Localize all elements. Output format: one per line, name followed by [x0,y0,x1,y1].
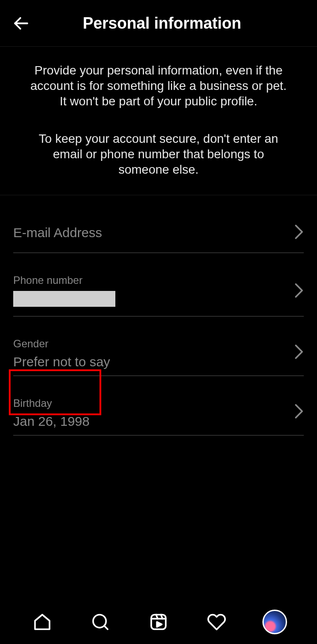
nav-activity[interactable] [204,610,229,634]
phone-redacted [13,291,115,307]
nav-reels[interactable] [146,610,171,634]
birthday-label: Birthday [13,397,304,409]
page-header: Personal information [0,0,317,47]
gender-field[interactable]: Gender Prefer not to say [13,330,304,376]
gender-label: Gender [13,338,304,350]
email-field[interactable]: E-mail Address [13,213,304,253]
home-icon [33,612,52,632]
chevron-right-icon [294,283,304,300]
nav-search[interactable] [88,610,113,634]
chevron-right-icon [294,344,304,361]
nav-home[interactable] [30,610,55,634]
email-label: E-mail Address [13,225,304,240]
info-section: Provide your personal information, even … [0,47,317,195]
info-paragraph-1: Provide your personal information, even … [26,63,291,109]
info-paragraph-2: To keep your account secure, don't enter… [26,131,291,177]
reels-icon [149,612,168,632]
phone-value [13,291,304,310]
chevron-right-icon [294,403,304,421]
page-title: Personal information [16,14,308,33]
phone-field[interactable]: Phone number [13,266,304,316]
phone-label: Phone number [13,274,304,287]
search-icon [91,612,110,632]
svg-marker-7 [157,622,162,627]
birthday-value: Jan 26, 1998 [13,414,304,429]
chevron-right-icon [294,224,304,242]
gender-value: Prefer not to say [13,354,304,369]
bottom-nav [0,600,317,644]
fields-container: E-mail Address Phone number Gender Prefe… [0,195,317,436]
svg-line-2 [104,626,108,629]
avatar [262,610,287,634]
birthday-field[interactable]: Birthday Jan 26, 1998 [13,389,304,436]
nav-profile[interactable] [262,610,287,634]
heart-icon [207,612,226,632]
